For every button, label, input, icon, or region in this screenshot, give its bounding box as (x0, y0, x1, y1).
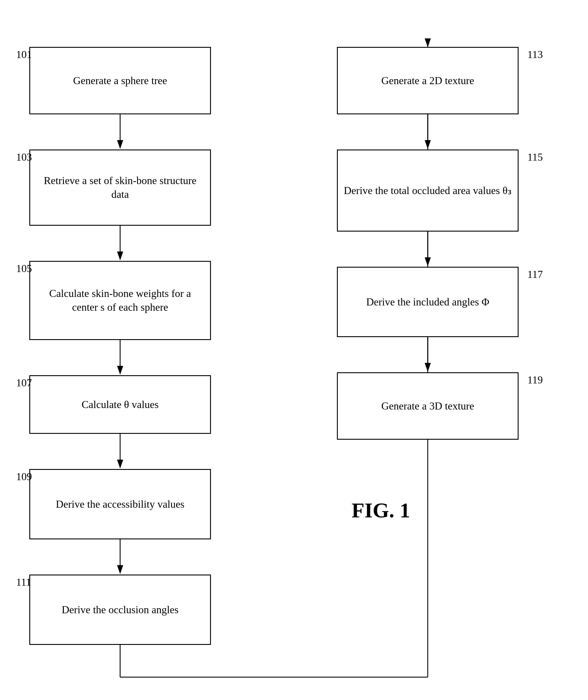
box-111-text: Derive the occlusion angles (62, 603, 179, 617)
box-117-text: Derive the included angles Φ (366, 295, 489, 309)
label-115: 115 (527, 151, 543, 163)
box-105-text: Calculate skin-bone weights for a center… (36, 287, 204, 314)
box-101-text: Generate a sphere tree (73, 74, 167, 88)
box-103: Retrieve a set of skin-bone structure da… (29, 149, 211, 226)
box-119: Generate a 3D texture (337, 372, 519, 440)
box-111: Derive the occlusion angles (29, 575, 211, 645)
box-105: Calculate skin-bone weights for a center… (29, 261, 211, 340)
label-119: 119 (527, 374, 543, 386)
figure-label: FIG. 1 (352, 498, 410, 523)
label-117: 117 (527, 268, 543, 280)
box-115-text: Derive the total occluded area values θ₃ (344, 184, 512, 197)
label-111: 111 (16, 576, 31, 588)
label-105: 105 (16, 262, 32, 275)
diagram-container: Generate a sphere tree 101 Retrieve a se… (0, 0, 588, 700)
box-119-text: Generate a 3D texture (381, 399, 474, 413)
box-103-text: Retrieve a set of skin-bone structure da… (36, 174, 204, 201)
box-117: Derive the included angles Φ (337, 267, 519, 337)
label-103: 103 (16, 151, 32, 163)
box-109-text: Derive the accessibility values (56, 498, 185, 511)
box-101: Generate a sphere tree (29, 47, 211, 114)
label-109: 109 (16, 471, 32, 483)
box-107-text: Calculate θ values (81, 398, 158, 412)
label-101: 101 (16, 48, 32, 61)
box-113: Generate a 2D texture (337, 47, 519, 114)
box-115: Derive the total occluded area values θ₃ (337, 149, 519, 231)
box-107: Calculate θ values (29, 375, 211, 434)
label-113: 113 (527, 48, 543, 61)
label-107: 107 (16, 377, 32, 389)
box-109: Derive the accessibility values (29, 469, 211, 539)
box-113-text: Generate a 2D texture (381, 74, 474, 88)
